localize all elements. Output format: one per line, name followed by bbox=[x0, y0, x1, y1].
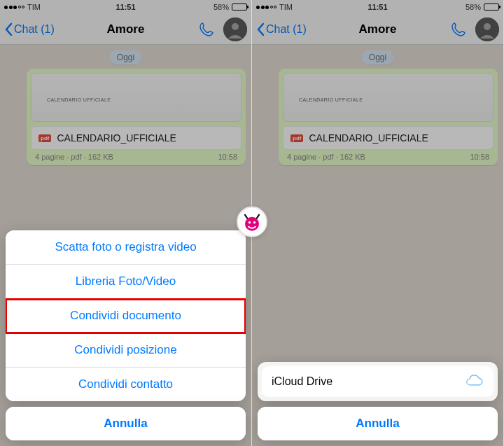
watermark-logo bbox=[237, 206, 267, 237]
icloud-drive-label: iCloud Drive bbox=[272, 375, 332, 388]
svg-point-4 bbox=[245, 216, 259, 230]
svg-point-6 bbox=[253, 221, 255, 223]
right-screenshot: TIM 11:51 58% Chat (1) Amore Oggi CALEND… bbox=[252, 0, 504, 446]
cloud-icon bbox=[464, 375, 484, 389]
devil-icon bbox=[241, 210, 263, 232]
sheet-cancel-button[interactable]: Annulla bbox=[6, 407, 246, 440]
sheet-option-document[interactable]: Condividi documento bbox=[6, 299, 246, 333]
sheet-cancel-button[interactable]: Annulla bbox=[258, 407, 498, 440]
sheet-option-camera[interactable]: Scatta foto o registra video bbox=[6, 230, 246, 265]
sheet-option-library[interactable]: Libreria Foto/Video bbox=[6, 265, 246, 299]
sheet-option-location[interactable]: Condividi posizione bbox=[6, 333, 246, 368]
action-sheet: Scatta foto o registra video Libreria Fo… bbox=[6, 230, 246, 440]
icloud-drive-option[interactable]: iCloud Drive bbox=[262, 366, 493, 397]
document-picker-sheet: iCloud Drive Annulla bbox=[258, 362, 498, 440]
svg-point-5 bbox=[248, 221, 251, 223]
left-screenshot: TIM 11:51 58% Chat (1) Amore Oggi CALEND… bbox=[0, 0, 252, 446]
sheet-option-contact[interactable]: Condividi contatto bbox=[6, 368, 246, 401]
